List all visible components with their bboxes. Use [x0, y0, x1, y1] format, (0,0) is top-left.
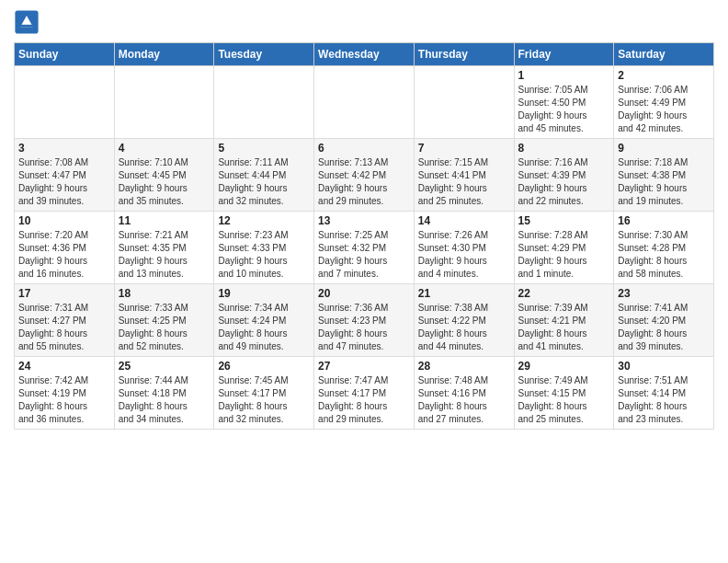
day-number: 17: [18, 287, 110, 300]
day-cell: 28Sunrise: 7:48 AM Sunset: 4:16 PM Dayli…: [414, 357, 514, 430]
day-number: 18: [119, 287, 210, 300]
day-info: Sunrise: 7:05 AM Sunset: 4:50 PM Dayligh…: [518, 84, 610, 135]
day-number: 22: [518, 287, 610, 300]
day-info: Sunrise: 7:18 AM Sunset: 4:38 PM Dayligh…: [618, 156, 710, 208]
day-info: Sunrise: 7:49 AM Sunset: 4:15 PM Dayligh…: [518, 374, 610, 426]
day-cell: 11Sunrise: 7:21 AM Sunset: 4:35 PM Dayli…: [114, 212, 214, 284]
day-number: 5: [218, 142, 310, 155]
day-info: Sunrise: 7:15 AM Sunset: 4:41 PM Dayligh…: [418, 156, 510, 208]
week-row-1: 1Sunrise: 7:05 AM Sunset: 4:50 PM Daylig…: [15, 66, 714, 139]
day-cell: 8Sunrise: 7:16 AM Sunset: 4:39 PM Daylig…: [514, 139, 614, 212]
day-cell: 22Sunrise: 7:39 AM Sunset: 4:21 PM Dayli…: [514, 284, 614, 357]
day-cell: 17Sunrise: 7:31 AM Sunset: 4:27 PM Dayli…: [15, 284, 115, 357]
day-cell: [414, 66, 514, 139]
week-row-4: 17Sunrise: 7:31 AM Sunset: 4:27 PM Dayli…: [15, 284, 714, 357]
day-cell: 29Sunrise: 7:49 AM Sunset: 4:15 PM Dayli…: [514, 357, 614, 430]
calendar-table: SundayMondayTuesdayWednesdayThursdayFrid…: [14, 42, 714, 430]
day-number: 28: [418, 360, 510, 373]
day-number: 2: [618, 69, 710, 82]
day-cell: 7Sunrise: 7:15 AM Sunset: 4:41 PM Daylig…: [414, 139, 514, 212]
day-cell: [114, 66, 214, 139]
day-number: 6: [318, 142, 410, 155]
day-info: Sunrise: 7:13 AM Sunset: 4:42 PM Dayligh…: [318, 156, 410, 208]
day-cell: 19Sunrise: 7:34 AM Sunset: 4:24 PM Dayli…: [214, 284, 314, 357]
day-info: Sunrise: 7:48 AM Sunset: 4:16 PM Dayligh…: [418, 374, 510, 426]
day-number: 4: [119, 142, 210, 155]
day-info: Sunrise: 7:33 AM Sunset: 4:25 PM Dayligh…: [119, 302, 210, 353]
day-info: Sunrise: 7:10 AM Sunset: 4:45 PM Dayligh…: [119, 156, 210, 208]
day-cell: 5Sunrise: 7:11 AM Sunset: 4:44 PM Daylig…: [214, 139, 314, 212]
day-number: 25: [119, 360, 210, 373]
week-row-5: 24Sunrise: 7:42 AM Sunset: 4:19 PM Dayli…: [15, 357, 714, 430]
day-info: Sunrise: 7:34 AM Sunset: 4:24 PM Dayligh…: [218, 302, 310, 353]
header: [14, 9, 714, 35]
day-cell: 15Sunrise: 7:28 AM Sunset: 4:29 PM Dayli…: [514, 212, 614, 284]
day-cell: 2Sunrise: 7:06 AM Sunset: 4:49 PM Daylig…: [614, 66, 714, 139]
day-cell: 20Sunrise: 7:36 AM Sunset: 4:23 PM Dayli…: [314, 284, 415, 357]
day-cell: 21Sunrise: 7:38 AM Sunset: 4:22 PM Dayli…: [414, 284, 514, 357]
day-info: Sunrise: 7:23 AM Sunset: 4:33 PM Dayligh…: [218, 229, 310, 281]
day-cell: 30Sunrise: 7:51 AM Sunset: 4:14 PM Dayli…: [614, 357, 714, 430]
day-header-wednesday: Wednesday: [314, 43, 415, 66]
svg-rect-2: [20, 25, 33, 28]
main-container: SundayMondayTuesdayWednesdayThursdayFrid…: [0, 0, 728, 434]
day-number: 11: [119, 214, 210, 227]
day-cell: 10Sunrise: 7:20 AM Sunset: 4:36 PM Dayli…: [15, 212, 115, 284]
day-number: 3: [18, 142, 110, 155]
logo-icon: [14, 9, 40, 35]
day-number: 16: [618, 214, 710, 227]
day-header-friday: Friday: [514, 43, 614, 66]
day-number: 26: [218, 360, 310, 373]
day-info: Sunrise: 7:41 AM Sunset: 4:20 PM Dayligh…: [618, 302, 710, 353]
day-cell: 24Sunrise: 7:42 AM Sunset: 4:19 PM Dayli…: [15, 357, 115, 430]
day-cell: [314, 66, 415, 139]
day-number: 8: [518, 142, 610, 155]
day-header-monday: Monday: [114, 43, 214, 66]
day-info: Sunrise: 7:06 AM Sunset: 4:49 PM Dayligh…: [618, 84, 710, 135]
day-cell: 1Sunrise: 7:05 AM Sunset: 4:50 PM Daylig…: [514, 66, 614, 139]
day-number: 29: [518, 360, 610, 373]
day-info: Sunrise: 7:47 AM Sunset: 4:17 PM Dayligh…: [318, 374, 410, 426]
day-info: Sunrise: 7:31 AM Sunset: 4:27 PM Dayligh…: [18, 302, 110, 353]
day-info: Sunrise: 7:16 AM Sunset: 4:39 PM Dayligh…: [518, 156, 610, 208]
day-header-tuesday: Tuesday: [214, 43, 314, 66]
day-number: 7: [418, 142, 510, 155]
day-header-thursday: Thursday: [414, 43, 514, 66]
day-cell: 9Sunrise: 7:18 AM Sunset: 4:38 PM Daylig…: [614, 139, 714, 212]
header-row: SundayMondayTuesdayWednesdayThursdayFrid…: [15, 43, 714, 66]
day-info: Sunrise: 7:25 AM Sunset: 4:32 PM Dayligh…: [318, 229, 410, 281]
day-info: Sunrise: 7:20 AM Sunset: 4:36 PM Dayligh…: [18, 229, 110, 281]
day-cell: 25Sunrise: 7:44 AM Sunset: 4:18 PM Dayli…: [114, 357, 214, 430]
week-row-2: 3Sunrise: 7:08 AM Sunset: 4:47 PM Daylig…: [15, 139, 714, 212]
day-number: 23: [618, 287, 710, 300]
day-number: 13: [318, 214, 410, 227]
day-cell: 26Sunrise: 7:45 AM Sunset: 4:17 PM Dayli…: [214, 357, 314, 430]
day-number: 9: [618, 142, 710, 155]
day-cell: 13Sunrise: 7:25 AM Sunset: 4:32 PM Dayli…: [314, 212, 415, 284]
day-number: 20: [318, 287, 410, 300]
day-info: Sunrise: 7:45 AM Sunset: 4:17 PM Dayligh…: [218, 374, 310, 426]
day-cell: 14Sunrise: 7:26 AM Sunset: 4:30 PM Dayli…: [414, 212, 514, 284]
day-info: Sunrise: 7:38 AM Sunset: 4:22 PM Dayligh…: [418, 302, 510, 353]
day-number: 1: [518, 69, 610, 82]
day-info: Sunrise: 7:08 AM Sunset: 4:47 PM Dayligh…: [18, 156, 110, 208]
day-info: Sunrise: 7:11 AM Sunset: 4:44 PM Dayligh…: [218, 156, 310, 208]
day-cell: 3Sunrise: 7:08 AM Sunset: 4:47 PM Daylig…: [15, 139, 115, 212]
day-cell: 23Sunrise: 7:41 AM Sunset: 4:20 PM Dayli…: [614, 284, 714, 357]
day-number: 12: [218, 214, 310, 227]
day-number: 24: [18, 360, 110, 373]
day-cell: 18Sunrise: 7:33 AM Sunset: 4:25 PM Dayli…: [114, 284, 214, 357]
logo: [14, 9, 43, 35]
day-number: 19: [218, 287, 310, 300]
day-info: Sunrise: 7:26 AM Sunset: 4:30 PM Dayligh…: [418, 229, 510, 281]
day-info: Sunrise: 7:51 AM Sunset: 4:14 PM Dayligh…: [618, 374, 710, 426]
day-info: Sunrise: 7:39 AM Sunset: 4:21 PM Dayligh…: [518, 302, 610, 353]
week-row-3: 10Sunrise: 7:20 AM Sunset: 4:36 PM Dayli…: [15, 212, 714, 284]
day-info: Sunrise: 7:30 AM Sunset: 4:28 PM Dayligh…: [618, 229, 710, 281]
day-cell: 27Sunrise: 7:47 AM Sunset: 4:17 PM Dayli…: [314, 357, 415, 430]
day-number: 14: [418, 214, 510, 227]
day-number: 30: [618, 360, 710, 373]
day-cell: 16Sunrise: 7:30 AM Sunset: 4:28 PM Dayli…: [614, 212, 714, 284]
day-cell: [15, 66, 115, 139]
day-number: 21: [418, 287, 510, 300]
